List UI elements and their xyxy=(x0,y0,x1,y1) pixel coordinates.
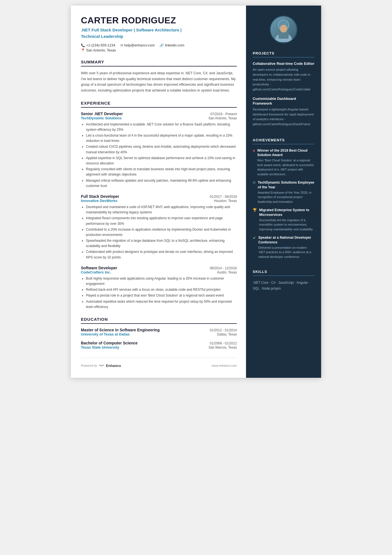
skills-text: .NET Core · C# · JavaScript · Angular · … xyxy=(253,280,314,291)
achievement-title-4: Speaker at a National Developer Conferen… xyxy=(258,235,314,245)
bullet: Developed and maintained a suite of ASP.… xyxy=(86,204,237,215)
achievement-icon-2: ⊟ xyxy=(253,181,255,184)
bullet: Built highly responsive web applications… xyxy=(86,276,237,287)
achievement-entry-1: ♥ Winner of the 2018 Best Cloud Solution… xyxy=(253,148,314,177)
person-silhouette xyxy=(272,17,295,42)
bullet: Integrated React components into existin… xyxy=(86,216,237,226)
achievement-content-2: TechDynamic Solutions Employee of the Ye… xyxy=(258,180,314,204)
job-dates-3: 08/2014 - 12/2016 xyxy=(210,266,237,270)
avatar xyxy=(270,16,297,43)
bullet: Managed critical software updates and se… xyxy=(86,178,237,189)
edu-entry-2: Bachelor of Computer Science 01/2008 - 0… xyxy=(81,341,237,349)
bullet: Played a pivotal role in a project that … xyxy=(86,293,237,298)
location-icon: 📍 xyxy=(81,48,85,52)
edu-dates-2: 01/2008 - 01/2012 xyxy=(210,341,237,345)
edu-school-2: Texas State University xyxy=(81,345,119,349)
achievement-title-2: TechDynamic Solutions Employee of the Ye… xyxy=(258,180,314,189)
job-dates-2: 01/2017 - 06/2019 xyxy=(210,195,237,199)
edu-degree-1: Master of Science in Software Engineerin… xyxy=(81,328,160,332)
achievement-content-3: Migrated Enterprise System to Microservi… xyxy=(259,208,314,231)
bullet: Applied expertise in SQL Server to optim… xyxy=(86,156,237,166)
bullet: Automated repetitive tasks which reduced… xyxy=(86,299,237,310)
link-icon: 🔗 xyxy=(160,43,164,47)
edu-school-1: University of Texas at Dallas xyxy=(81,332,130,336)
project-entry-1: Collaborative Real-time Code Editor An o… xyxy=(253,61,314,92)
header: CARTER RODRIGUEZ .NET Full Stack Develop… xyxy=(81,16,237,52)
job-company-row-1: TechDynamic Solutions San Antonio, Texas xyxy=(81,116,237,120)
avatar-wrapper xyxy=(253,16,314,43)
project-desc-1: An open-source project allowing develope… xyxy=(253,67,314,92)
email-icon: ✉ xyxy=(120,43,123,47)
job-entry-1: Senior .NET Developer 07/2019 - Present … xyxy=(81,112,237,189)
edu-school-row-2: Texas State University San Marcos, Texas xyxy=(81,345,237,349)
job-company-3: CodeCrafters Inc. xyxy=(81,270,111,274)
edu-dates-1: 01/2012 - 01/2014 xyxy=(210,328,237,332)
skills-title: SKILLS xyxy=(253,270,314,276)
powered-by-text: Powered by xyxy=(81,364,97,367)
bullet: Refined back-end API services with a foc… xyxy=(86,287,237,292)
achievement-entry-2: ⊟ TechDynamic Solutions Employee of the … xyxy=(253,180,314,204)
email-item: ✉ help@enhancv.com xyxy=(120,43,155,47)
website-url: www.enhancv.com xyxy=(212,364,237,367)
project-name-2: Customizable Dashboard Framework xyxy=(253,97,314,106)
achievement-icon-3: 🏆 xyxy=(253,208,257,212)
bullet: Spearheaded the migration of a large dat… xyxy=(86,238,237,249)
location-text: San Antonio, Texas xyxy=(86,48,116,52)
contact-row: 📞 +1-(234)-555-1234 ✉ help@enhancv.com 🔗… xyxy=(81,43,237,47)
avatar-image xyxy=(271,16,297,43)
phone-number: +1-(234)-555-1234 xyxy=(86,43,115,47)
experience-section: EXPERIENCE Senior .NET Developer 07/2019… xyxy=(81,101,237,310)
job-company-row-2: Innovative DevWorks Houston, Texas xyxy=(81,199,237,203)
bullet: Collaborated with product designers to p… xyxy=(86,249,237,260)
summary-title: SUMMARY xyxy=(81,60,237,66)
job-entry-3: Software Developer 08/2014 - 12/2016 Cod… xyxy=(81,266,237,310)
bullet: Contributed to a 20% increase in applica… xyxy=(86,227,237,238)
job-header-1: Senior .NET Developer 07/2019 - Present xyxy=(81,112,237,116)
left-column: CARTER RODRIGUEZ .NET Full Stack Develop… xyxy=(71,6,246,378)
summary-section: SUMMARY With over 5 years of professiona… xyxy=(81,60,237,93)
location-row: 📍 San Antonio, Texas xyxy=(81,48,237,52)
achievement-icon-4: ✔ xyxy=(253,236,256,240)
edu-header-1: Master of Science in Software Engineerin… xyxy=(81,328,237,332)
phone-item: 📞 +1-(234)-555-1234 xyxy=(81,43,115,47)
achievement-entry-3: 🏆 Migrated Enterprise System to Microser… xyxy=(253,208,314,231)
job-title-3: Software Developer xyxy=(81,266,117,270)
enhancv-logo-icon xyxy=(99,364,104,367)
edu-entry-1: Master of Science in Software Engineerin… xyxy=(81,328,237,336)
achievement-desc-2: Awarded Employee of the Year 2020, in re… xyxy=(258,190,314,204)
experience-title: EXPERIENCE xyxy=(81,101,237,108)
powered-by: Powered by Enhancv xyxy=(81,364,121,368)
bullet: Led a cross-functional team of 4 in the … xyxy=(86,133,237,144)
job-location-1: San Antonio, Texas xyxy=(208,116,237,120)
achievement-content-1: Winner of the 2018 Best Cloud Solution A… xyxy=(257,148,314,177)
education-title: EDUCATION xyxy=(81,317,237,324)
edu-school-row-1: University of Texas at Dallas Dallas, Te… xyxy=(81,332,237,336)
education-section: EDUCATION Master of Science in Software … xyxy=(81,317,237,349)
job-company-row-3: CodeCrafters Inc. Austin, Texas xyxy=(81,270,237,274)
project-name-1: Collaborative Real-time Code Editor xyxy=(253,61,314,66)
skills-section: SKILLS .NET Core · C# · JavaScript · Ang… xyxy=(253,270,314,291)
job-bullets-2: Developed and maintained a suite of ASP.… xyxy=(81,204,237,260)
achievement-icon-1: ♥ xyxy=(253,149,255,153)
edu-header-2: Bachelor of Computer Science 01/2008 - 0… xyxy=(81,341,237,345)
projects-section: PROJECTS Collaborative Real-time Code Ed… xyxy=(253,51,314,131)
job-title-1: Senior .NET Developer xyxy=(81,112,123,116)
summary-text: With over 5 years of professional experi… xyxy=(81,70,237,93)
job-company-1: TechDynamic Solutions xyxy=(81,116,121,120)
bullet: Architected and implemented a scalable .… xyxy=(86,122,237,132)
email-address: help@enhancv.com xyxy=(124,43,155,47)
job-entry-2: Full Stack Developer 01/2017 - 06/2019 I… xyxy=(81,194,237,260)
project-desc-2: Developed a lightweight Angular-based da… xyxy=(253,107,314,127)
achievement-content-4: Speaker at a National Developer Conferen… xyxy=(258,235,314,259)
job-bullets-3: Built highly responsive web applications… xyxy=(81,276,237,310)
footer-bar: Powered by Enhancv www.enhancv.com xyxy=(81,358,237,368)
edu-degree-2: Bachelor of Computer Science xyxy=(81,341,138,345)
project-entry-2: Customizable Dashboard Framework Develop… xyxy=(253,97,314,127)
job-header-2: Full Stack Developer 01/2017 - 06/2019 xyxy=(81,194,237,199)
achievement-desc-4: Delivered a presentation on modern .NET … xyxy=(258,245,314,259)
achievement-title-1: Winner of the 2018 Best Cloud Solution A… xyxy=(257,148,314,157)
job-bullets-1: Architected and implemented a scalable .… xyxy=(81,122,237,189)
candidate-name: CARTER RODRIGUEZ xyxy=(81,16,237,25)
achievements-title: ACHIEVEMENTS xyxy=(253,138,314,144)
achievements-section: ACHIEVEMENTS ♥ Winner of the 2018 Best C… xyxy=(253,138,314,263)
